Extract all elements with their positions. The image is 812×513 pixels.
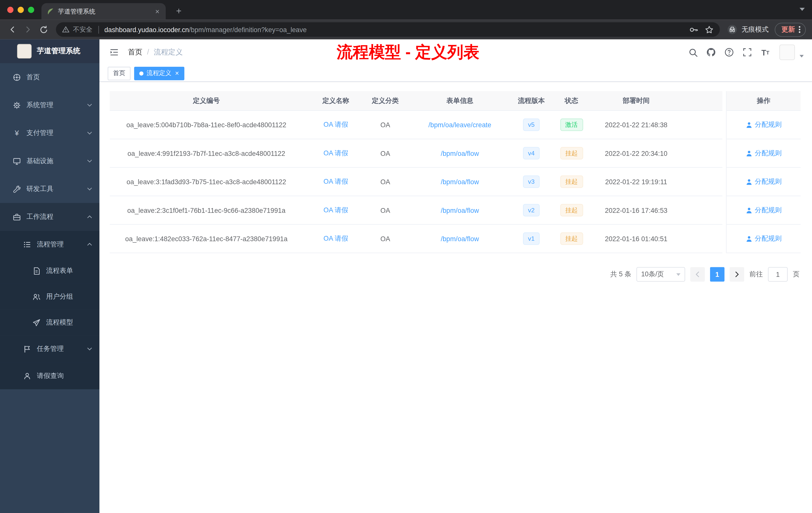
sidebar-item-infrastructure[interactable]: 基础设施 <box>0 147 99 175</box>
reload-button[interactable] <box>36 22 51 37</box>
kebab-menu-icon[interactable] <box>799 25 801 34</box>
browser-tabbar: 芋道管理系统 × + <box>0 0 812 20</box>
form-link[interactable]: /bpm/oa/leave/create <box>428 121 491 129</box>
search-icon[interactable] <box>686 45 700 59</box>
goto-page-input[interactable] <box>768 267 788 281</box>
password-key-icon[interactable] <box>689 25 698 34</box>
column-header: 定义编号 <box>110 96 303 105</box>
tag-label: 首页 <box>113 69 125 78</box>
browser-tab[interactable]: 芋道管理系统 × <box>41 3 166 20</box>
assign-rule-link[interactable]: 分配规则 <box>746 149 782 158</box>
avatar[interactable] <box>779 44 795 60</box>
red-annotation-text: 流程模型 - 定义列表 <box>337 41 479 63</box>
cell-definition-id: oa_leave:5:004b710b-7b8a-11ec-8ef0-acde4… <box>110 121 303 129</box>
zoom-window-button[interactable] <box>28 7 34 13</box>
sidebar-item-task-management[interactable]: 任务管理 <box>0 336 99 362</box>
new-tab-button[interactable]: + <box>173 6 184 17</box>
definition-name-link[interactable]: OA 请假 <box>323 177 348 186</box>
app-logo: 芋道管理系统 <box>0 39 99 63</box>
url-text: dashboard.yudao.iocoder.cn/bpm/manager/d… <box>105 26 307 33</box>
sidebar-item-process-form[interactable]: 流程表单 <box>0 258 99 283</box>
gear-icon <box>12 101 21 109</box>
browser-window: 芋道管理系统 × + 不安全 dashboard.yudao.iocoder.c… <box>0 0 812 513</box>
security-label[interactable]: 不安全 <box>73 25 92 34</box>
version-badge: v3 <box>523 175 540 188</box>
next-page-button[interactable] <box>730 267 744 281</box>
assign-rule-link[interactable]: 分配规则 <box>746 177 782 186</box>
back-button[interactable] <box>5 22 20 37</box>
column-header: 部署时间 <box>598 96 674 105</box>
assign-rule-link[interactable]: 分配规则 <box>746 234 782 243</box>
tag-label: 流程定义 <box>147 69 172 78</box>
cell-deploy-time: 2022-01-16 17:46:53 <box>598 206 674 214</box>
definition-name-link[interactable]: OA 请假 <box>323 120 348 129</box>
sidebar-item-dev-tools[interactable]: 研发工具 <box>0 175 99 203</box>
tag-process-definition[interactable]: 流程定义 × <box>134 66 184 80</box>
definition-name-link[interactable]: OA 请假 <box>323 234 348 243</box>
chevron-down-icon <box>676 273 681 276</box>
list-icon <box>23 240 32 248</box>
app-title: 芋道管理系统 <box>37 47 80 56</box>
minimize-window-button[interactable] <box>18 7 24 13</box>
breadcrumb-current: 流程定义 <box>154 48 183 57</box>
font-size-icon[interactable]: TT <box>758 45 773 59</box>
version-badge: v2 <box>523 204 540 217</box>
sidebar-item-payment[interactable]: ¥ 支付管理 <box>0 119 99 147</box>
breadcrumb-home[interactable]: 首页 <box>128 48 142 57</box>
form-link[interactable]: /bpm/oa/flow <box>441 235 479 242</box>
tab-close-icon[interactable]: × <box>154 7 161 16</box>
address-bar[interactable]: 不安全 dashboard.yudao.iocoder.cn/bpm/manag… <box>56 22 720 37</box>
cell-category: OA <box>369 235 402 242</box>
breadcrumb-separator: / <box>147 48 149 57</box>
assign-rule-link[interactable]: 分配规则 <box>746 206 782 215</box>
update-chip[interactable]: 更新 <box>775 23 806 37</box>
person-icon <box>23 372 32 380</box>
top-navbar: 首页 / 流程定义 流程模型 - 定义列表 TT <box>99 39 812 65</box>
sidebar-item-leave-query[interactable]: 请假查询 <box>0 362 99 389</box>
briefcase-icon <box>12 213 21 221</box>
user-icon <box>746 178 752 185</box>
page-number-button[interactable]: 1 <box>710 267 725 281</box>
url-domain: dashboard.yudao.iocoder.cn <box>105 26 189 33</box>
wrench-icon <box>12 185 21 193</box>
page-size-select[interactable]: 10条/页 <box>637 267 685 281</box>
definition-name-link[interactable]: OA 请假 <box>323 206 348 215</box>
form-link[interactable]: /bpm/oa/flow <box>441 206 479 214</box>
tag-home[interactable]: 首页 <box>108 66 130 80</box>
avatar-caret-down-icon[interactable] <box>800 55 804 57</box>
forward-button[interactable] <box>21 22 35 37</box>
pagination-total: 共 5 条 <box>610 270 631 279</box>
sidebar-item-home[interactable]: 首页 <box>0 63 99 91</box>
status-badge: 挂起 <box>560 233 583 245</box>
column-header: 状态 <box>545 96 598 105</box>
fullscreen-icon[interactable] <box>740 45 754 59</box>
status-badge: 挂起 <box>560 147 583 160</box>
status-badge: 挂起 <box>560 204 583 217</box>
sidebar-item-process-management[interactable]: 流程管理 <box>0 231 99 258</box>
sidebar-item-system[interactable]: 系统管理 <box>0 91 99 119</box>
hamburger-icon[interactable] <box>108 46 121 59</box>
chevron-up-icon <box>87 243 92 246</box>
sidebar-item-label: 系统管理 <box>26 100 53 110</box>
sidebar-item-label: 用户分组 <box>46 292 73 301</box>
tag-close-icon[interactable]: × <box>175 69 179 77</box>
table-row: oa_leave:2:3c1f0ef1-76b1-11ec-9c66-a2380… <box>110 196 722 224</box>
help-icon[interactable] <box>722 45 736 59</box>
assign-rule-link[interactable]: 分配规则 <box>746 120 782 129</box>
form-link[interactable]: /bpm/oa/flow <box>441 149 479 157</box>
bookmark-star-icon[interactable] <box>705 25 714 34</box>
tab-title: 芋道管理系统 <box>58 7 150 16</box>
sidebar-item-process-model[interactable]: 流程模型 <box>0 309 99 335</box>
sidebar-item-workflow[interactable]: 工作流程 <box>0 203 99 231</box>
sidebar-item-user-group[interactable]: 用户分组 <box>0 283 99 309</box>
prev-page-button[interactable] <box>690 267 705 281</box>
github-icon[interactable] <box>704 45 718 59</box>
form-link[interactable]: /bpm/oa/flow <box>441 178 479 185</box>
chevron-down-icon <box>87 131 92 134</box>
tab-search-caret-icon[interactable] <box>800 8 805 11</box>
definition-name-link[interactable]: OA 请假 <box>323 149 348 158</box>
page-content: 定义编号 定义名称 定义分类 表单信息 流程版本 状态 部署时间 oa_leav… <box>99 82 812 281</box>
chevron-down-icon <box>87 104 92 107</box>
close-window-button[interactable] <box>7 7 13 13</box>
favicon-leaf-icon <box>47 8 54 15</box>
